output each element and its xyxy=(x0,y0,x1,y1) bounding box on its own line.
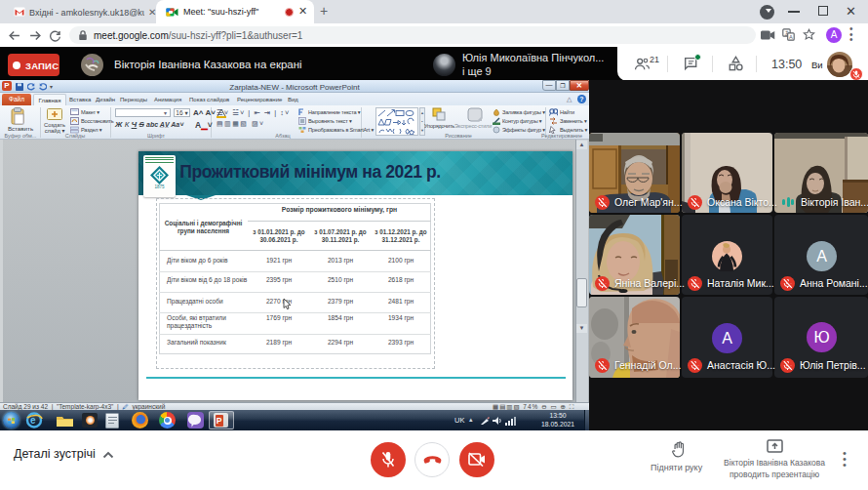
svg-text:1875: 1875 xyxy=(155,184,166,189)
svg-text:A: A xyxy=(789,34,793,40)
svg-text:e: e xyxy=(30,415,36,426)
